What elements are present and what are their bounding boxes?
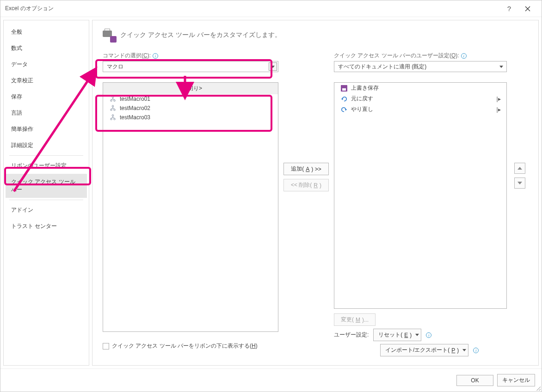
- sidebar-item-data[interactable]: データ: [6, 56, 87, 73]
- sidebar-separator: [9, 200, 83, 200]
- svg-line-7: [113, 99, 115, 100]
- qat-column: クイック アクセス ツール バーのユーザー設定(Q): i すべてのドキュメント…: [334, 52, 507, 356]
- sidebar-item-save[interactable]: 保存: [6, 89, 87, 105]
- split-indicator-icon: |▸: [495, 106, 502, 113]
- choose-commands-dropdown[interactable]: マクロ: [103, 61, 278, 72]
- list-item[interactable]: 上書き保存: [334, 83, 506, 93]
- sidebar-item-customize-ribbon[interactable]: リボンのユーザー設定: [6, 158, 87, 174]
- show-below-ribbon-row: クイック アクセス ツール バーをリボンの下に表示する(H): [103, 342, 278, 350]
- svg-line-6: [111, 99, 113, 100]
- info-icon[interactable]: i: [461, 53, 467, 59]
- add-button[interactable]: 追加(A) >>: [283, 163, 329, 175]
- caret-up-icon: [517, 167, 522, 170]
- info-icon[interactable]: i: [426, 332, 431, 338]
- page-title: クイック アクセス ツール バーをカスタマイズします。: [120, 31, 281, 39]
- svg-point-8: [112, 105, 114, 107]
- customize-qat-label: クイック アクセス ツール バーのユーザー設定(Q): i: [334, 52, 507, 60]
- macro-icon: [110, 96, 116, 102]
- commands-column: コマンドの選択(C): i マクロ <区切り> testMacro01: [103, 52, 278, 350]
- undo-icon: [341, 96, 347, 102]
- sidebar-item-trust-center[interactable]: トラスト センター: [6, 218, 87, 234]
- list-item[interactable]: testMacro03: [103, 113, 278, 122]
- qat-scope-value: すべてのドキュメントに適用 (既定): [338, 63, 497, 71]
- svg-line-19: [113, 117, 115, 118]
- category-sidebar: 全般 数式 データ 文章校正 保存 言語 簡単操作 詳細設定 リボンのユーザー設…: [3, 20, 89, 366]
- resize-grip[interactable]: [535, 385, 541, 391]
- macro-icon: [110, 105, 116, 111]
- svg-line-18: [111, 117, 113, 118]
- chevron-down-icon: [462, 349, 466, 351]
- sidebar-item-general[interactable]: 全般: [6, 24, 87, 40]
- list-item[interactable]: testMacro02: [103, 104, 278, 113]
- main-panel: クイック アクセス ツール バーをカスタマイズします。 コマンドの選択(C): …: [92, 20, 539, 366]
- choose-commands-value: マクロ: [107, 63, 269, 71]
- svg-point-9: [111, 109, 112, 111]
- save-icon: [341, 85, 347, 92]
- sidebar-item-formulas[interactable]: 数式: [6, 40, 87, 56]
- svg-marker-21: [345, 108, 347, 110]
- list-separator-item[interactable]: <区切り>: [103, 83, 278, 94]
- svg-line-12: [111, 108, 113, 109]
- list-item[interactable]: testMacro01: [103, 94, 278, 104]
- macro-icon: [110, 114, 116, 121]
- qat-scope-dropdown[interactable]: すべてのドキュメントに適用 (既定): [334, 61, 507, 72]
- list-item-label: 上書き保存: [351, 84, 502, 92]
- help-icon: ?: [507, 5, 511, 12]
- choose-commands-label: コマンドの選択(C): i: [103, 52, 278, 60]
- qat-customize-icon: [103, 29, 116, 42]
- svg-point-3: [111, 100, 112, 102]
- help-button[interactable]: ?: [500, 0, 518, 17]
- sidebar-item-quick-access-toolbar[interactable]: クイック アクセス ツール バー: [6, 174, 87, 198]
- dialog-footer: OK キャンセル: [0, 368, 542, 392]
- svg-line-13: [113, 108, 115, 109]
- caret-down-icon: [517, 182, 522, 184]
- sidebar-item-addins[interactable]: アドイン: [6, 202, 87, 218]
- show-below-ribbon-checkbox[interactable]: [103, 343, 109, 349]
- window-title: Excel のオプション: [5, 5, 500, 12]
- list-item-label: やり直し: [351, 105, 492, 113]
- reset-dropdown-button[interactable]: リセット(E): [373, 329, 421, 341]
- qat-commands-list[interactable]: 上書き保存 元に戻す |▸: [334, 82, 507, 309]
- list-item-label: testMacro03: [120, 114, 150, 121]
- list-item-label: testMacro02: [120, 105, 150, 111]
- customizations-label: ユーザー設定:: [334, 331, 369, 339]
- svg-point-2: [112, 96, 114, 98]
- chevron-down-icon: [269, 62, 277, 71]
- svg-point-14: [112, 115, 114, 116]
- chevron-down-icon: [415, 334, 419, 336]
- chevron-down-icon: [497, 62, 505, 71]
- list-item[interactable]: 元に戻す |▸: [334, 93, 506, 104]
- close-icon: [525, 6, 530, 12]
- transfer-buttons: 追加(A) >> << 削除(R): [283, 163, 329, 191]
- cancel-button[interactable]: キャンセル: [497, 374, 535, 386]
- split-indicator-icon: |▸: [495, 96, 502, 102]
- remove-button[interactable]: << 削除(R): [283, 179, 329, 191]
- sidebar-item-proofing[interactable]: 文章校正: [6, 73, 87, 89]
- svg-point-15: [111, 118, 112, 120]
- reorder-buttons: [511, 163, 528, 189]
- import-export-dropdown-button[interactable]: インポート/エクスポート(P): [380, 344, 468, 356]
- redo-icon: [341, 106, 347, 113]
- sidebar-item-language[interactable]: 言語: [6, 105, 87, 121]
- move-up-button[interactable]: [514, 163, 525, 174]
- modify-button[interactable]: 変更(M)...: [334, 313, 376, 326]
- list-item[interactable]: やり直し |▸: [334, 104, 506, 115]
- list-item-label: testMacro01: [120, 96, 150, 102]
- svg-point-16: [114, 118, 116, 120]
- show-below-ribbon-label: クイック アクセス ツール バーをリボンの下に表示する(H): [112, 342, 258, 350]
- list-item-label: 元に戻す: [351, 95, 492, 103]
- available-commands-list[interactable]: <区切り> testMacro01 testMacro02 testMacro0…: [103, 82, 278, 332]
- ok-button[interactable]: OK: [456, 375, 493, 386]
- close-button[interactable]: [518, 0, 537, 17]
- sidebar-item-advanced[interactable]: 詳細設定: [6, 137, 87, 153]
- info-icon[interactable]: i: [153, 53, 158, 59]
- titlebar: Excel のオプション ?: [0, 0, 542, 17]
- sidebar-separator: [9, 155, 83, 156]
- page-header: クイック アクセス ツール バーをカスタマイズします。: [103, 29, 528, 42]
- move-down-button[interactable]: [514, 178, 525, 189]
- options-dialog: Excel のオプション ? 全般 数式 データ 文章校正 保存 言語 簡単操作…: [0, 0, 542, 392]
- svg-marker-20: [341, 98, 343, 100]
- info-icon[interactable]: i: [473, 348, 479, 353]
- svg-point-4: [114, 100, 116, 102]
- sidebar-item-ease[interactable]: 簡単操作: [6, 121, 87, 137]
